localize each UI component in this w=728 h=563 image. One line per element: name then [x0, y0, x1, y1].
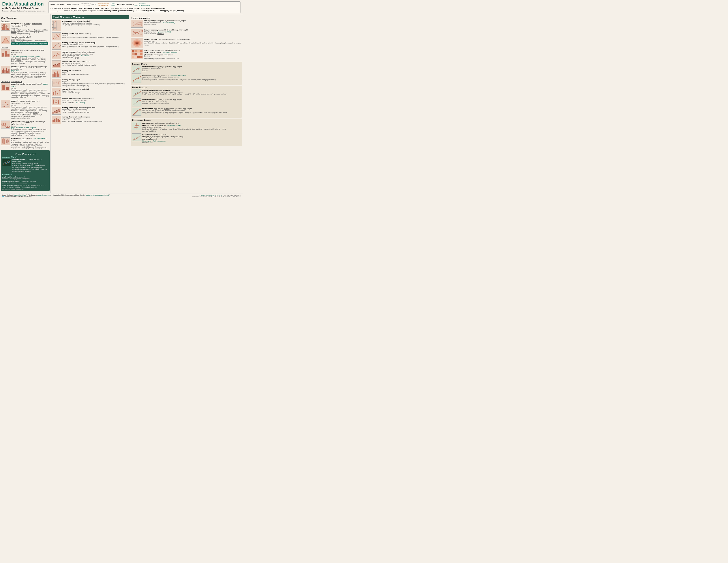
graph-bar2-opts: (axis) • (percent) • (count) • over(<var… [11, 71, 50, 79]
footer-inspired: inspired by RStudio's awesome Cheat Shee… [53, 194, 110, 196]
svg-rect-108 [52, 88, 61, 96]
twoway-rbar-sub: range plot (y1 ÷ y2) with bars [62, 118, 129, 120]
svg-point-100 [54, 83, 54, 84]
twoway-scatter-ml-opts: jitter(#) • jitterseed(#) • sort • cmiss… [62, 46, 129, 47]
graph-bar-entry: a b c graph bar (count), over(foreign, g… [1, 49, 50, 65]
pcspike-info: twoway pcspike wage68 ttl_exp68 wage88 t… [144, 20, 242, 26]
svg-point-154 [142, 31, 143, 32]
plot-placement-header: Plot Placement [2, 152, 48, 156]
svg-point-105 [58, 83, 59, 84]
svg-rect-174 [137, 56, 140, 58]
svg-point-68 [57, 35, 58, 36]
twoway-rcapsym-sub: range plot (y1 ÷ y2) with capped lines [62, 100, 129, 102]
histogram-svg [1, 23, 10, 30]
svg-point-73 [56, 34, 57, 35]
histogram-entry: histogram mpg, width(5) freq kdensity kd… [1, 23, 50, 35]
svg-point-186 [136, 78, 138, 79]
marginsplot-opts: horizontal • noci [142, 142, 241, 144]
svg-rect-4 [6, 26, 7, 30]
qfitci-info: twoway qfitci mpg weight, alwidth(none) … [142, 108, 241, 114]
twoway-area-info: twoway area mpg price, sort(price) line … [62, 60, 129, 66]
graph-cmd: graph [67, 3, 71, 5]
saving-cmd: saving("myPlot.gph", replace) [160, 10, 184, 12]
twoway-bar-thumb [52, 70, 61, 77]
twoway-connected-thumb [52, 51, 61, 59]
svg-rect-64 [52, 33, 61, 40]
log-cmd: log reverse off noline [134, 7, 150, 9]
twoway-dropline-sub: dropped line plot [62, 90, 129, 92]
mband-thumb [132, 66, 141, 73]
graph-matrix-info: graph matrix mpg price weight, half scat… [62, 20, 129, 26]
mband-sub: plot median of the y values [142, 68, 241, 69]
svg-rect-135 [56, 118, 57, 122]
plot-size-label: plot size [136, 10, 141, 11]
pcspike-cmd: twoway pcspike wage68 ttl_exp68 wage88 t… [144, 20, 242, 22]
svg-rect-96 [52, 79, 61, 86]
svg-text:22: 22 [56, 44, 57, 45]
twoway-scatter-thumb [52, 32, 61, 40]
fitting-header: Fitting Results [132, 86, 241, 89]
svg-point-69 [58, 36, 59, 37]
main-content: One Variable Continuous histogram mpg, [0, 14, 243, 193]
svg-rect-5 [7, 28, 8, 30]
kdensity-entry: kdensity mpg, bwidth(3) smoothed histogr… [1, 36, 50, 45]
svg-point-121 [53, 101, 54, 102]
ytitle-cmd: ytitle("y axis title") [94, 7, 109, 9]
vars-label: variables: y first [81, 2, 91, 4]
marginsplot-thumb [132, 133, 141, 141]
svg-point-65 [53, 38, 54, 39]
contour-cmd: twoway contour mpg price weight, level(2… [144, 38, 242, 40]
pcspike-entry: twoway pcspike wage68 ttl_exp68 wage88 t… [131, 20, 242, 28]
pccapsym-svg [131, 29, 143, 37]
col-left: One Variable Continuous histogram mpg, [0, 14, 51, 193]
coefplot-cmd: coefplot, drop(_cons) xline(0) ssc insta… [142, 124, 241, 126]
svg-rect-21 [8, 70, 9, 73]
svg-point-210 [136, 123, 137, 124]
svg-point-98 [54, 81, 54, 82]
svg-point-162 [136, 42, 138, 44]
lfitci-sub: calculate and plot linear fit to data wi… [142, 91, 241, 93]
svg-rect-19 [6, 68, 7, 73]
vioplot-svg [1, 137, 10, 145]
twoway-scatter-ml-cmd: twoway scatter mpg weight, mlabel(mpg) [62, 42, 129, 44]
juxtapose-header: Juxtapose (Facet) [2, 156, 48, 158]
plotmatrix-opts: mat(<variable>) • split(<options>) • col… [144, 58, 242, 60]
graph-hbox-cmd: graph hbox mpg, over(rep78, descending) … [11, 120, 50, 125]
svg-point-72 [55, 38, 56, 39]
coefplot-sub: Plot regression coefficients [142, 126, 241, 128]
lfitci-thumb [132, 89, 141, 97]
graph-matrix-opts: half • jitter(#) • jitterseed(#) diagona… [62, 24, 129, 26]
twoway-dot-cmd: twoway dot mpg rep78 [62, 79, 129, 81]
twoway-area-entry: twoway area mpg price, sort(price) line … [52, 60, 129, 68]
twoway-rbar-thumb [52, 116, 61, 124]
marginsplot-cmd: marginsplot, noci [142, 138, 241, 140]
note: For more info see Stata's reference manu… [2, 10, 46, 12]
twoway-rcapsym-cmd: twoway rcapsym length headroom price [62, 97, 129, 100]
twoway-dot-info: twoway dot mpg rep78 dot plot dlcolor(<c… [62, 79, 129, 86]
twoway-connected-info: twoway connected mpg price, sort(price) … [62, 51, 129, 59]
marginsplot-entry: regress mpg weight length turn margins, … [132, 133, 241, 144]
svg-point-103 [58, 81, 59, 82]
twoway-rarea-sub: range plot (y1 + y2) with area shading [62, 109, 129, 111]
contour-svg [131, 38, 143, 48]
twoway-dot-svg [52, 79, 61, 86]
regression-header: Regression Results [132, 119, 241, 122]
footer: Laura Hughes (lhughes@usaid.gov) • Tim E… [0, 193, 243, 198]
svg-point-70 [59, 34, 60, 35]
twoway-rcapsym-entry: twoway rcapsym length headroom price ran… [52, 97, 129, 105]
graph-hbox-info: graph hbox mpg, over(rep78, descending) … [11, 120, 50, 136]
svg-point-185 [135, 79, 136, 80]
twoway-area-thumb [52, 60, 61, 68]
binscatter-thumb [132, 75, 141, 83]
col-mid: Two+ Continuous Variables y₁ y₂ y₃ x [51, 14, 130, 193]
qfitci-sub: calculate and plot quadratic fit to data… [142, 110, 241, 111]
svg-point-66 [54, 36, 55, 37]
coefplot-thumb [132, 122, 141, 130]
svg-text:a: a [2, 56, 3, 57]
twoway-scatter-ml-svg: 18 22 28 14 [52, 42, 61, 49]
svg-rect-24 [6, 87, 9, 90]
pcspike-sub: Parallel coordinates plot (sysuse nlswid… [144, 22, 242, 23]
syntax-box: Basic Plot Syntax: graph <plot type> var… [49, 1, 240, 13]
graph-bar2-info: graph bar (percent), over(rep78) over(fo… [11, 66, 50, 79]
svg-rect-169 [135, 53, 137, 55]
